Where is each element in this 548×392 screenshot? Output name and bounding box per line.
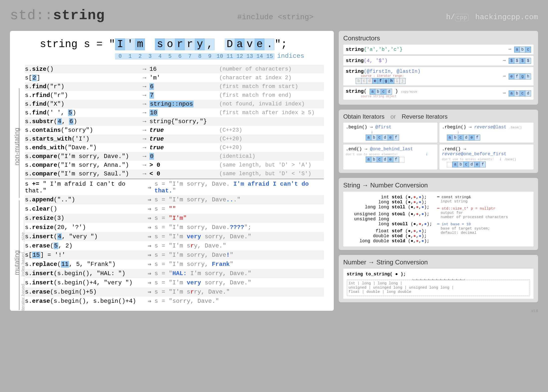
op-row: s[15] = '!'⇒s = "I'm sorry, Dave!" [25, 250, 324, 260]
num-to-str-card: Number → String Conversion string to_str… [339, 255, 538, 302]
op-row: s.erase(5, 2)⇒s = "I'm sry, Dave." [25, 241, 324, 250]
sub-label-size: size [20, 232, 26, 240]
op-row: s.insert(s.begin(), "HAL: ")⇒s = "HAL: I… [25, 269, 324, 278]
iterators-card: Obtain Iterators or Reverse Iterators .b… [339, 110, 538, 173]
nonmutating-table: s.size()→16(number of characters)s[2]→'m… [25, 65, 324, 178]
iter-box: .rend() → reverse@one_before_firstdon't … [439, 145, 534, 169]
iter-box: .end() → @one_behind_lastdon't use to ac… [343, 145, 437, 169]
site-logo: h/cpp hackingcpp.com [446, 13, 538, 21]
op-row: s.clear()⇒s = "" [25, 204, 324, 214]
op-row: s.compare("I'm sorry, Saul.")→< 0(same l… [25, 169, 324, 178]
op-row: s.find(' ', 5)→10(first match after inde… [25, 108, 324, 117]
section-label-nonmutating: non-mutating [13, 128, 21, 165]
op-row: s.resize(20, '?')⇒s = "I'm sorry, Dave.?… [25, 223, 324, 232]
string-declaration: string s = "I'm sorry, Dave."; [40, 38, 324, 50]
op-row: s.erase(s.begin()+5)⇒s = "I'm srry, Dave… [25, 287, 324, 297]
op-row: s.insert(4, "very ")⇒s = "I'm very sorry… [25, 232, 324, 241]
op-row: s[2]→'m'(character at index 2) [25, 74, 324, 82]
op-row: s.starts_with('I')→true(C++20) [25, 135, 324, 143]
include-directive: #include <string> [105, 13, 446, 21]
reverse-iterators-title: Reverse Iterators [402, 113, 448, 120]
constructors-title: Constructors [343, 34, 534, 42]
iterators-title: Obtain Iterators [343, 113, 384, 120]
op-row: s.rfind("r")→7(first match from end) [25, 91, 324, 100]
ctor-row: string( abcd ) copy/movesource string ob… [343, 87, 534, 100]
constructors-card: Constructors string{'a','b','c'}➡abcstri… [339, 31, 538, 105]
op-row: s.find("r")→6(first match from start) [25, 82, 324, 91]
num-to-str-title: Number → String Conversion [343, 258, 534, 266]
op-row: s.erase(s.begin(), s.begin()+4)⇒s = "sor… [25, 297, 324, 306]
sub-label-index: index based [20, 252, 26, 276]
op-row: s.size()→16(number of characters) [25, 65, 324, 74]
ctor-row: string(@firstIn, @lastIn)source ↓ iterat… [343, 67, 534, 85]
page-title: std::string [10, 7, 105, 23]
str-to-num-title: String → Number Conversion [343, 181, 534, 189]
indices-row: 0123456789101112131415indices [40, 52, 324, 60]
op-row: s.resize(3)⇒s = "I'm" [25, 214, 324, 223]
ctor-row: string(4, '$')➡$$$$ [343, 56, 534, 66]
section-label-mutating: mutating [13, 250, 21, 275]
op-row: s.ends_with("Dave.")→true(C++20) [25, 143, 324, 152]
iter-box: .rbegin() → reverse@last .base()↓abcdef [439, 123, 534, 143]
page-header: std::string #include <string> h/cpp hack… [10, 7, 538, 23]
sub-label-iterator: iterator based [20, 284, 26, 311]
op-row: s.find("X")→string::npos(not found, inva… [25, 100, 324, 108]
op-row: s.substr(4, 6)→string{"sorry,"} [25, 117, 324, 126]
str-to-num-card: String → Number Conversion int stoi (●,●… [339, 178, 538, 250]
op-row: s += " I'm afraid I can't do that."⇒s = … [25, 180, 324, 195]
string-operations-card: string s = "I'm sorry, Dave."; 012345678… [10, 31, 334, 311]
ctor-row: string{'a','b','c'}➡abc [343, 45, 534, 54]
op-row: s.insert(s.begin()+4, "very ")⇒s = "I'm … [25, 278, 324, 287]
op-row: s.append("..")⇒s = "I'm sorry, Dave..." [25, 195, 324, 204]
iter-box: .begin() → @first↓abcdef [343, 123, 437, 143]
op-row: s.compare("I'm sorry, Dave.")→0(identica… [25, 152, 324, 161]
version-label: v1.6 [339, 309, 538, 313]
op-row: s.compare("I'm sorry, Anna.")→> 0(same l… [25, 161, 324, 169]
op-row: s.replace(11, 5, "Frank")⇒s = "I'm sorry… [25, 260, 324, 269]
op-row: s.contains("sorry")→true(C++23) [25, 126, 324, 135]
mutating-table: s += " I'm afraid I can't do that."⇒s = … [25, 180, 324, 306]
